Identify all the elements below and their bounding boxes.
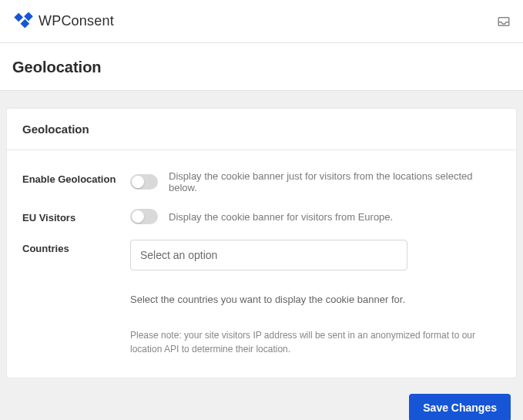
brand: WPConsent: [12, 9, 114, 34]
row-countries: Countries Select an option Select the co…: [22, 224, 501, 356]
toggle-eu-visitors[interactable]: [130, 209, 158, 224]
page-title: Geolocation: [0, 43, 523, 91]
label-eu-visitors: EU Visitors: [22, 209, 130, 223]
inbox-button[interactable]: [497, 15, 511, 29]
countries-note-text: Please note: your site visitors IP addre…: [130, 328, 492, 356]
desc-eu-visitors: Display the cookie banner for visitors f…: [169, 211, 393, 223]
desc-enable-geolocation: Display the cookie banner just for visit…: [169, 170, 501, 193]
geolocation-card: Geolocation Enable Geolocation Display t…: [6, 108, 517, 378]
card-header: Geolocation: [7, 109, 516, 150]
label-countries: Countries: [22, 240, 130, 254]
top-bar: WPConsent: [0, 0, 523, 43]
toggle-enable-geolocation[interactable]: [130, 174, 158, 190]
brand-name: WPConsent: [39, 13, 114, 29]
row-eu-visitors: EU Visitors Display the cookie banner fo…: [22, 193, 501, 224]
brand-logo-icon: [12, 9, 34, 34]
row-enable-geolocation: Enable Geolocation Display the cookie ba…: [22, 155, 501, 193]
save-changes-button[interactable]: Save Changes: [409, 394, 511, 420]
countries-select-placeholder: Select an option: [140, 249, 217, 261]
label-enable-geolocation: Enable Geolocation: [22, 170, 130, 185]
countries-select[interactable]: Select an option: [130, 240, 407, 270]
countries-help-text: Select the countries you want to display…: [130, 294, 501, 305]
